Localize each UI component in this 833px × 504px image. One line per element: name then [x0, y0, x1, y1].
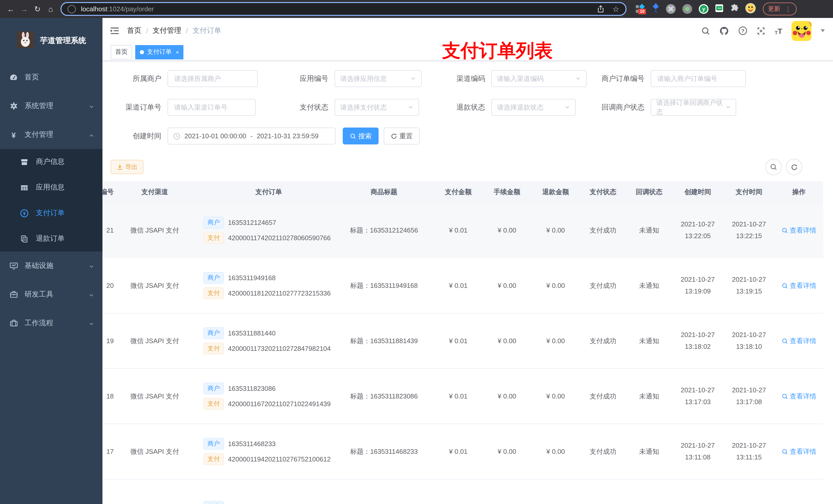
app-title: 芋道管理系统: [40, 35, 86, 45]
url-path: :1024/pay/order: [107, 5, 154, 13]
chevron-down-icon: [89, 320, 94, 328]
svg-text:¥: ¥: [23, 211, 26, 216]
bookmark-star-icon[interactable]: ☆: [613, 4, 619, 14]
sidebar-item-payment[interactable]: ¥ 支付管理: [0, 120, 102, 149]
sidebar-item-merchant-info[interactable]: 商户信息: [0, 149, 102, 175]
chat-extension-icon[interactable]: [715, 4, 723, 14]
chevron-down-icon: [408, 104, 413, 110]
home-icon[interactable]: ⌂: [44, 5, 57, 13]
cell-created: 2021-10-2713:22:05: [672, 219, 723, 242]
cell-notify: 未通知: [626, 225, 672, 235]
table-header-row: 编号 支付渠道 支付订单 商品标题 支付金额 手续金额 退款金额 支付状态 回调…: [102, 181, 823, 203]
extensions-puzzle-icon[interactable]: [730, 4, 739, 14]
back-icon[interactable]: ←: [4, 5, 18, 13]
refresh-table-button[interactable]: [786, 159, 802, 175]
sidebar-item-workflow[interactable]: 工作流程: [0, 309, 102, 338]
share-icon[interactable]: [597, 5, 604, 13]
url-text[interactable]: localhost:1024/pay/order: [81, 5, 588, 13]
header-search-icon[interactable]: [701, 26, 710, 35]
recorder-extension-icon[interactable]: [682, 4, 692, 14]
table-row[interactable]: 19 微信 JSAPI 支付 商户1635311881440 支付4200001…: [102, 313, 823, 369]
table-row[interactable]: 20 微信 JSAPI 支付 商户1635311949168 支付4200001…: [102, 258, 823, 313]
sidebar-collapse-icon[interactable]: [106, 23, 123, 39]
cell-id: 21: [102, 226, 114, 234]
filter-form: 所属商户 应用编号 请选择应用信息 渠道编码 请输入渠道编码 商户订单编号: [111, 70, 833, 144]
refresh-icon: [791, 164, 798, 170]
view-detail-link[interactable]: 查看详情: [782, 336, 816, 345]
gear-icon: [9, 102, 18, 110]
address-bar[interactable]: localhost:1024/pay/order ☆: [61, 2, 626, 16]
browser-toolbar: ← → ↻ ⌂ localhost:1024/pay/order ☆ 10 ⌘: [0, 0, 833, 18]
breadcrumb-payment[interactable]: 支付管理: [153, 26, 181, 35]
table-row[interactable]: 商户1635311054796: [102, 479, 823, 504]
sidebar-item-system[interactable]: 系统管理: [0, 92, 102, 120]
chevron-up-icon: [89, 131, 94, 140]
export-button[interactable]: 导出: [111, 160, 143, 174]
filter-label: 应用编号: [257, 74, 335, 83]
view-detail-link[interactable]: 查看详情: [782, 281, 816, 290]
github-icon[interactable]: [719, 26, 729, 35]
search-icon: [782, 449, 788, 455]
filter-label: 回调商户状态: [557, 103, 651, 112]
sidebar-item-dev-tools[interactable]: 研发工具: [0, 280, 102, 309]
sidebar-item-infrastructure[interactable]: 基础设施: [0, 251, 102, 280]
breadcrumb-home[interactable]: 首页: [127, 26, 141, 35]
tags-view-bar: 首页 支付订单 ×: [102, 44, 833, 61]
merchant-order-no-input[interactable]: [651, 70, 746, 87]
sidebar-item-pay-order[interactable]: ¥ 支付订单: [0, 200, 102, 226]
sidebar-item-label: 研发工具: [25, 290, 53, 299]
reset-button[interactable]: 重置: [384, 127, 420, 144]
app-logo[interactable]: 芋道管理系统: [0, 18, 102, 63]
filter-label: 退款状态: [416, 103, 491, 112]
help-icon[interactable]: ?: [738, 26, 748, 35]
update-button[interactable]: 更新 ⋮: [763, 3, 796, 15]
shop-icon: [20, 158, 29, 166]
search-icon: [782, 227, 788, 233]
command-extension-icon[interactable]: ⌘: [666, 4, 676, 14]
search-icon: [782, 283, 788, 289]
table-row[interactable]: 21 微信 JSAPI 支付 商户1635312124657 支付4200001…: [102, 203, 823, 258]
cell-refund: ¥ 0.00: [531, 226, 580, 234]
browser-menu-dots-icon[interactable]: ⋮: [785, 5, 791, 13]
search-icon: [782, 393, 788, 399]
create-time-range-picker[interactable]: 2021-10-01 00:00:00 - 2021-10-31 23:59:5…: [168, 127, 336, 144]
merchant-select-input[interactable]: [168, 70, 258, 87]
svg-text:?: ?: [742, 28, 745, 33]
app-select[interactable]: 请选择应用信息: [335, 70, 422, 87]
forward-icon[interactable]: →: [18, 5, 31, 13]
chevron-down-icon: [89, 291, 94, 299]
extension-grid-icon[interactable]: 10: [635, 4, 645, 14]
clock-icon: [173, 133, 180, 140]
tag-home[interactable]: 首页: [111, 45, 132, 59]
sketch-extension-icon[interactable]: [652, 3, 659, 15]
site-info-icon[interactable]: [68, 5, 76, 13]
font-size-icon[interactable]: TT: [775, 26, 782, 35]
cell-channel: 微信 JSAPI 支付: [114, 447, 196, 456]
toggle-search-button[interactable]: [765, 159, 782, 175]
tag-pay-order[interactable]: 支付订单 ×: [135, 45, 184, 59]
reload-icon[interactable]: ↻: [31, 4, 44, 14]
search-button[interactable]: 搜索: [343, 127, 379, 144]
sidebar-item-home[interactable]: 首页: [0, 63, 102, 92]
sidebar-item-label: 退款订单: [36, 234, 65, 243]
date-end: 2021-10-31 23:59:59: [257, 132, 318, 140]
channel-order-no-input[interactable]: [168, 99, 256, 116]
sidebar-item-app-info[interactable]: 应用信息: [0, 175, 102, 200]
pay-status-select[interactable]: 请选择支付状态: [335, 99, 419, 116]
close-icon[interactable]: ×: [176, 49, 179, 55]
cell-title: 标题：1635312124656: [334, 225, 434, 235]
table-row[interactable]: 18 微信 JSAPI 支付 商户1635311823086 支付4200001…: [102, 369, 823, 424]
view-detail-link[interactable]: 查看详情: [782, 225, 816, 235]
notify-status-select[interactable]: 请选择订单回调商户状态: [651, 99, 736, 116]
fullscreen-icon[interactable]: [757, 26, 766, 35]
page-content: 所属商户 应用编号 请选择应用信息 渠道编码 请输入渠道编码 商户订单编号: [102, 61, 833, 504]
user-avatar[interactable]: [791, 21, 811, 41]
profile-emoji-avatar[interactable]: [745, 3, 756, 15]
avatar-caret-icon[interactable]: [821, 29, 825, 32]
table-row[interactable]: 17 微信 JSAPI 支付 商户1635311468233 支付4200001…: [102, 424, 823, 479]
sidebar-item-label: 支付管理: [25, 130, 53, 139]
view-detail-link[interactable]: 查看详情: [782, 391, 816, 401]
view-detail-link[interactable]: 查看详情: [782, 447, 816, 456]
sidebar-item-refund-order[interactable]: 退款订单: [0, 226, 102, 251]
y-extension-icon[interactable]: y: [699, 4, 709, 14]
